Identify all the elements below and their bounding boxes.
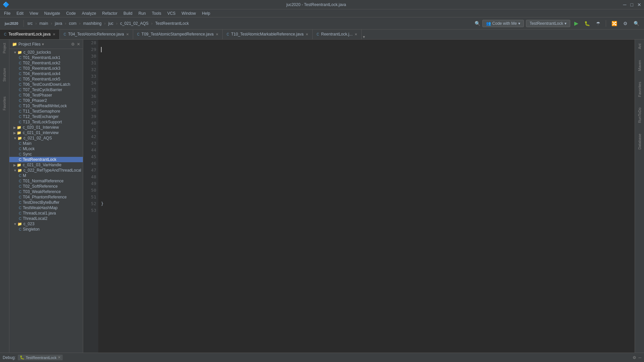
tab-t04[interactable]: C T04_TestAtomicReference.java ✕	[60, 29, 133, 39]
tree-item-t03-weak[interactable]: C T03_WeakReference	[9, 189, 83, 194]
tree-item-mlock[interactable]: C MLock	[9, 146, 83, 152]
sidebar-item-favorites[interactable]: Favorites	[3, 95, 6, 112]
menu-code[interactable]: Code	[63, 10, 78, 16]
menu-refactor[interactable]: Refactor	[100, 10, 120, 16]
tree-item-c023[interactable]: ▼ 📁 c_023	[9, 221, 83, 227]
debug-minimize-icon[interactable]: ─	[638, 355, 641, 360]
project-dropdown-icon[interactable]: ▾	[42, 42, 44, 47]
right-tab-favorites[interactable]: Favorites	[636, 79, 643, 100]
tree-item-c021-01[interactable]: ▶ 📁 c_021_01_interview	[9, 130, 83, 135]
tree-item-t09-phaser[interactable]: C T09_Phaser2	[9, 98, 83, 103]
tree-item-t13[interactable]: C T13_TestLockSupport	[9, 119, 83, 125]
menu-edit[interactable]: Edit	[14, 10, 26, 16]
tab-close-btn-4[interactable]: ✕	[306, 33, 308, 36]
tree-item-t08[interactable]: C T08_TestPhaser	[9, 93, 83, 98]
menu-navigate[interactable]: Navigate	[42, 10, 63, 16]
code-line-47	[101, 167, 632, 174]
tree-item-t04-phantom[interactable]: C T04_PhantomReference	[9, 194, 83, 200]
tree-label-singleton: Singleton	[23, 227, 40, 232]
search-everywhere-icon[interactable]: 🔍	[475, 21, 480, 26]
tab-reentrantlock[interactable]: C ReentrantLock.j... ✕	[313, 29, 362, 39]
bc-main[interactable]: main	[39, 21, 48, 26]
tree-item-t10-rw[interactable]: C T10_TestReadWriteLock	[9, 103, 83, 109]
tree-item-m[interactable]: C M	[9, 173, 83, 178]
bc-src[interactable]: src	[27, 21, 33, 26]
tree-item-t11[interactable]: C T11_TestSemaphore	[9, 109, 83, 114]
tree-item-t03[interactable]: C T03_ReentrantLock3	[9, 66, 83, 71]
bc-com[interactable]: com	[69, 21, 76, 26]
tree-item-t05[interactable]: C T05_ReentrantLock5	[9, 76, 83, 82]
menu-file[interactable]: File	[1, 10, 13, 16]
right-tab-database[interactable]: Database	[636, 131, 643, 152]
menu-run[interactable]: Run	[136, 10, 149, 16]
tree-item-t02[interactable]: C T02_ReentrantLock2	[9, 60, 83, 66]
close-btn[interactable]: ✕	[637, 2, 641, 7]
tree-item-c020-01[interactable]: ▶ 📁 c_020_01_Interview	[9, 125, 83, 130]
tab-more-btn[interactable]: ▾	[363, 35, 365, 39]
menu-view[interactable]: View	[27, 10, 41, 16]
code-view[interactable]: 28 29 30 31 32 33 34 35 36 37 38 39 40 4…	[83, 40, 635, 353]
run-button[interactable]: ▶	[572, 19, 580, 27]
menu-window[interactable]: Window	[179, 10, 199, 16]
tree-item-tdbb[interactable]: C TestDirectByteBuffer	[9, 200, 83, 205]
app-icon: 🔷	[3, 1, 9, 8]
menu-vcs[interactable]: VCS	[165, 10, 178, 16]
tree-item-tl2[interactable]: C ThreadLocal2	[9, 216, 83, 221]
tab-close-btn[interactable]: ✕	[53, 33, 55, 36]
right-tab-ant[interactable]: Ant	[636, 41, 643, 52]
tab-close-btn-3[interactable]: ✕	[216, 33, 218, 36]
bc-juc[interactable]: juc	[108, 21, 113, 26]
vcs-button[interactable]: 🔀	[609, 20, 619, 27]
tree-item-t06[interactable]: C T06_TestCountDownLatch	[9, 82, 83, 87]
tree-item-t04[interactable]: C T04_ReentrantLock4	[9, 71, 83, 76]
code-editor[interactable]: }	[98, 40, 635, 353]
tab-t09[interactable]: C T09_TestAtomicStampedReference.java ✕	[133, 29, 223, 39]
panel-settings-icon[interactable]: ⚙	[71, 42, 75, 47]
right-tab-runtodo[interactable]: RunToDo	[636, 105, 643, 126]
bc-package[interactable]: c_021_02_AQS	[120, 21, 149, 26]
settings-button[interactable]: ⚙	[621, 20, 630, 27]
tab-testreentrantlock[interactable]: C TestReentrantLock.java ✕	[0, 29, 60, 39]
tree-item-tl1[interactable]: C ThreadLocal1.java	[9, 210, 83, 216]
menu-help[interactable]: Help	[199, 10, 213, 16]
debug-settings-icon[interactable]: ⚙	[633, 355, 636, 360]
code-with-me-button[interactable]: 👥 Code with Me ▾	[482, 20, 524, 27]
sidebar-item-project[interactable]: Project	[3, 41, 6, 55]
tree-item-sync[interactable]: C Sync	[9, 152, 83, 157]
java-icon-t04: C	[19, 72, 21, 76]
tree-item-twhm[interactable]: C TestWeakHashMap	[9, 205, 83, 210]
debug-button[interactable]: 🐛	[582, 20, 592, 27]
tree-item-singleton[interactable]: C Singleton	[9, 227, 83, 232]
minimize-btn[interactable]: ─	[623, 2, 627, 7]
tab-close-btn-5[interactable]: ✕	[355, 33, 357, 36]
search-button[interactable]: 🔍	[632, 20, 641, 27]
editor-area[interactable]: 28 29 30 31 32 33 34 35 36 37 38 39 40 4…	[83, 40, 635, 353]
menu-analyze[interactable]: Analyze	[79, 10, 99, 16]
tree-item-t07[interactable]: C T07_TestCyclicBarrier	[9, 87, 83, 93]
tree-item-t01[interactable]: C T01_ReentrantLock1	[9, 55, 83, 60]
tree-item-testreentrantlock[interactable]: C TestReentrantLock	[9, 157, 83, 162]
folder-c021-01-icon: 📁	[17, 131, 21, 135]
tree-item-t12[interactable]: C T12_TestExchanger	[9, 114, 83, 119]
sidebar-item-structure[interactable]: Structure	[3, 66, 6, 84]
bc-class[interactable]: TestReentrantLock	[155, 21, 189, 26]
tree-item-c021-02[interactable]: ▼ 📁 c_021_02_AQS	[9, 135, 83, 141]
run-coverage-button[interactable]: ☂	[594, 20, 602, 27]
tree-item-c022[interactable]: ▼ 📁 c_022_RefTypeAndThreadLocal	[9, 168, 83, 173]
panel-close-icon[interactable]: ✕	[77, 42, 80, 47]
bc-java[interactable]: java	[55, 21, 62, 26]
tab-t10[interactable]: C T10_TestAtomicMarkableReference.java ✕	[223, 29, 313, 39]
tree-item-main[interactable]: C Main	[9, 141, 83, 146]
debug-config-close[interactable]: ✕	[58, 355, 61, 360]
tree-item-t02-soft[interactable]: C T02_SoftReference	[9, 184, 83, 189]
tab-close-btn-2[interactable]: ✕	[126, 33, 129, 36]
right-tab-maven[interactable]: Maven	[636, 57, 643, 74]
code-line-33	[101, 73, 632, 80]
bc-mashibing[interactable]: mashibing	[83, 21, 102, 26]
tree-item-c020[interactable]: ▼ 📁 c_020_juclocks	[9, 50, 83, 55]
menu-build[interactable]: Build	[121, 10, 135, 16]
menu-tools[interactable]: Tools	[149, 10, 164, 16]
maximize-btn[interactable]: □	[631, 2, 633, 7]
tree-item-t01-normal[interactable]: C T01_NormalReference	[9, 178, 83, 184]
tree-item-c021-03[interactable]: ▶ 📁 c_021_03_VarHandle	[9, 162, 83, 168]
